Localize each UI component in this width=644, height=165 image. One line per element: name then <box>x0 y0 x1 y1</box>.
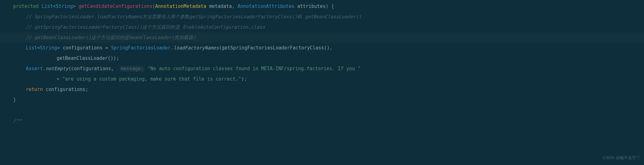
param-type-2: AnnotationAttributes <box>237 3 294 9</box>
comment: // getSpringFactoriesLoaderFactoryClass(… <box>26 24 265 30</box>
code-line-9: return configurations; <box>0 84 644 95</box>
method-call: loadFactoryNames <box>174 45 219 51</box>
param-type-1: AnnotationMetadata <box>155 3 207 9</box>
code-line-10: } <box>0 95 644 105</box>
method-call: notEmpty <box>46 66 68 71</box>
code-line-12: /** <box>0 116 644 126</box>
code-line-2: // SpringFactoriesLoader.loadFactoryName… <box>0 12 644 22</box>
keyword-return: return <box>26 87 43 92</box>
param-name-2: attributes <box>297 3 325 9</box>
code-line-8: + "are using a custom packaging, make su… <box>0 74 644 84</box>
type-list: List <box>26 45 37 51</box>
keyword-protected: protected <box>13 3 39 9</box>
watermark: CSDN @贼不走空？ <box>603 153 640 162</box>
class-ref: Assert <box>26 66 43 71</box>
class-ref: SpringFactoriesLoader <box>111 45 171 51</box>
code-line-11 <box>0 105 644 116</box>
code-line-3: // getSpringFactoriesLoaderFactoryClass(… <box>0 22 644 32</box>
code-line-4: // getBeanClassLoader()这个方法返回的是beanClass… <box>0 32 644 43</box>
comment: // getBeanClassLoader()这个方法返回的是beanClass… <box>26 35 196 40</box>
code-line-6: getBeanClassLoader()); <box>0 53 644 64</box>
type-list: List <box>42 3 53 9</box>
type-string: String <box>40 45 57 51</box>
string-literal: "are using a custom packaging, make sure… <box>62 76 241 82</box>
comment: // SpringFactoriesLoader.loadFactoryName… <box>26 14 362 20</box>
code-line-7: Assert.notEmpty(configurations, message:… <box>0 64 644 74</box>
string-literal: "No auto configuration classes found in … <box>147 66 360 71</box>
code-line-5: List<String> configurations = SpringFact… <box>0 43 644 53</box>
code-line-1: protected List<String> getCandidateConfi… <box>0 1 644 12</box>
method-name: getCandidateConfigurations <box>79 3 153 9</box>
param-name-1: metadata <box>209 3 232 9</box>
type-string: String <box>56 3 73 9</box>
parameter-hint: message: <box>119 65 145 72</box>
code-editor[interactable]: protected List<String> getCandidateConfi… <box>0 0 644 127</box>
